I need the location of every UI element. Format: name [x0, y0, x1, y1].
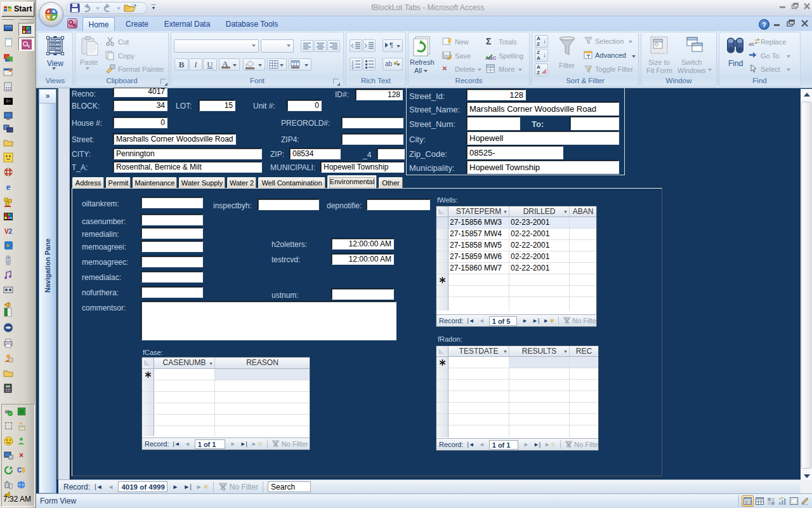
svg-text:3: 3	[351, 66, 354, 70]
